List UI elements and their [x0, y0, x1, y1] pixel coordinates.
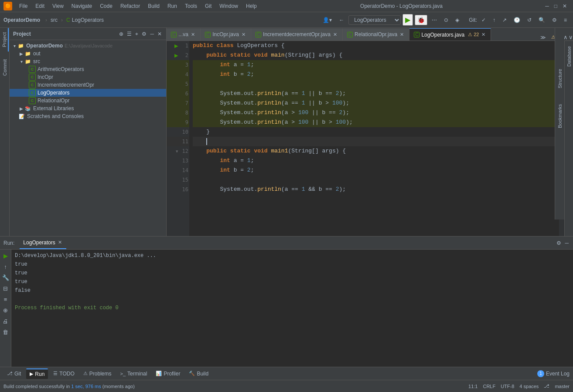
panel-close-btn[interactable]: ✕ — [157, 30, 163, 38]
run-button[interactable]: ▶ — [402, 14, 413, 26]
tree-src[interactable]: ▾ 📁 src — [10, 57, 166, 65]
bottom-stop-btn[interactable]: ↑ — [3, 262, 8, 271]
git-commit[interactable]: ✓ — [479, 16, 488, 24]
run-config-selector[interactable]: LogOperators — [348, 15, 401, 25]
scroll-to-current-btn[interactable]: ⌖ — [134, 30, 139, 38]
event-log-btn[interactable]: 1 Event Log — [537, 370, 570, 377]
nav-down[interactable]: ∨ — [569, 34, 573, 41]
bottom-wrench-btn[interactable]: 🔧 — [1, 273, 10, 282]
more-btn[interactable]: ≡ — [561, 16, 570, 24]
indent-setting[interactable]: 4 spaces — [519, 384, 539, 389]
terminal-tab-icon: >_ — [120, 371, 126, 376]
tab-close-log[interactable]: ✕ — [481, 32, 486, 37]
coverage-btn[interactable]: ⊙ — [441, 16, 451, 24]
collapse-all-btn[interactable]: ☰ — [126, 30, 133, 38]
navigate-back[interactable]: ← — [336, 16, 347, 24]
tab-close-incopr[interactable]: ✕ — [241, 32, 246, 37]
fold-marker-12[interactable]: ▾ — [176, 149, 178, 154]
more-run-btn[interactable]: ⋯ — [429, 16, 440, 24]
panel-settings-btn[interactable]: ⚙ — [141, 30, 147, 38]
git-pull[interactable]: ↗ — [500, 16, 509, 24]
tree-incopr[interactable]: C IncOpr — [10, 73, 166, 81]
git-revert[interactable]: ↺ — [525, 16, 534, 24]
menu-help[interactable]: Help — [242, 2, 260, 10]
tree-relational[interactable]: C RelationalOpr — [10, 97, 166, 105]
run-marker-1[interactable]: ▶ — [174, 43, 178, 49]
tree-ext-libs[interactable]: ▶ 📚 External Libraries — [10, 105, 166, 112]
menu-view[interactable]: View — [49, 2, 67, 10]
tab-close-relational[interactable]: ✕ — [399, 32, 405, 37]
line-ending[interactable]: CRLF — [483, 384, 495, 389]
btab-profiler[interactable]: 📊 Profiler — [152, 369, 184, 378]
tree-logoperators[interactable]: C LogOperators — [10, 89, 166, 97]
tree-root[interactable]: ▾ 📁 OperatorDemo E:\Java\java\Javacode — [10, 42, 166, 50]
menu-window[interactable]: Window — [216, 2, 242, 10]
profiler-btn[interactable]: ◈ — [453, 16, 462, 24]
git-push[interactable]: ↑ — [490, 16, 498, 24]
bottom-settings-btn[interactable]: ⚙ — [556, 239, 562, 247]
run-tab-close[interactable]: ✕ — [57, 240, 63, 245]
btab-build[interactable]: 🔨 Build — [185, 369, 212, 378]
btab-git[interactable]: ⎇ Git — [3, 369, 24, 378]
menu-tools[interactable]: Tools — [181, 2, 201, 10]
btab-terminal[interactable]: >_ Terminal — [117, 369, 151, 378]
menu-code[interactable]: Code — [96, 2, 116, 10]
status-time[interactable]: 1 sec, 976 ms — [71, 384, 101, 389]
bookmarks-panel-tab[interactable]: Bookmarks — [556, 100, 563, 132]
run-marker-2[interactable]: ▶ — [174, 53, 178, 58]
menu-run[interactable]: Run — [164, 2, 181, 10]
bottom-trash-btn[interactable]: 🗑 — [1, 328, 10, 337]
tab-relational[interactable]: C RelationalOpr.java ✕ — [343, 28, 409, 41]
encoding[interactable]: UTF-8 — [501, 384, 514, 389]
run-tab[interactable]: LogOperators ✕ — [20, 237, 66, 249]
code-line-7: System.out.println(a == 1 || b > 100); — [193, 98, 559, 108]
structure-panel-tab[interactable]: Structure — [556, 64, 563, 93]
search-btn[interactable]: 🔍 — [536, 16, 548, 24]
btab-run[interactable]: ▶ Run — [26, 368, 48, 379]
btab-problems[interactable]: ⚠ Problems — [80, 369, 115, 378]
tab-logoperators[interactable]: C LogOperators.java ⚠ 22 ✕ — [409, 28, 491, 41]
bottom-minimize-btn[interactable]: ─ — [564, 239, 570, 247]
bottom-more2-btn[interactable]: ⊕ — [2, 306, 9, 315]
panel-minimize-btn[interactable]: ─ — [149, 30, 155, 38]
toolbar-src[interactable]: src — [51, 17, 58, 23]
tab-bar: C ...va ✕ C IncOpr.java ✕ C Incrementdec… — [167, 28, 573, 41]
vcs-btn[interactable]: 👤▾ — [320, 16, 334, 24]
tab-more-btn[interactable]: ≫ — [537, 34, 549, 41]
bottom-more1-btn[interactable]: ≡ — [3, 295, 9, 304]
menu-build[interactable]: Build — [144, 2, 163, 10]
tab-close-va[interactable]: ✕ — [190, 32, 196, 37]
tree-out[interactable]: ▶ 📁 out — [10, 50, 166, 57]
code-content[interactable]: public class LogOperators { public stati… — [189, 41, 559, 236]
expand-all-btn[interactable]: ⊕ — [118, 30, 124, 38]
close-btn[interactable]: ✕ — [560, 2, 570, 10]
commit-panel-tab[interactable]: Commit — [1, 55, 8, 80]
bottom-align-btn[interactable]: ⊟ — [2, 284, 9, 293]
tab-va[interactable]: C ...va ✕ — [167, 28, 201, 41]
git-history[interactable]: 🕐 — [511, 16, 523, 24]
menu-navigate[interactable]: Navigate — [68, 2, 96, 10]
toolbar-project[interactable]: OperatorDemo — [3, 17, 40, 23]
bottom-run-btn[interactable]: ▶ — [2, 251, 9, 260]
branch-name[interactable]: master — [555, 384, 570, 389]
tree-arithmetic[interactable]: C ArithmeticOperators — [10, 65, 166, 73]
tab-increment[interactable]: C IncrementdecrementOpr.java ✕ — [251, 28, 343, 41]
tree-increment[interactable]: C IncrementdecrementOpr — [10, 81, 166, 89]
debug-button[interactable]: 🐞 — [415, 15, 427, 25]
bottom-print-btn[interactable]: 🖨 — [1, 317, 10, 326]
tab-close-increment[interactable]: ✕ — [332, 32, 338, 37]
cursor-position[interactable]: 11:1 — [468, 384, 478, 389]
tab-incopr[interactable]: C IncOpr.java ✕ — [201, 28, 251, 41]
menu-file[interactable]: File — [16, 2, 31, 10]
maximize-btn[interactable]: □ — [552, 2, 560, 10]
btab-todo[interactable]: ☰ TODO — [50, 369, 78, 378]
menu-edit[interactable]: Edit — [32, 2, 48, 10]
project-panel-tab[interactable]: Project — [1, 28, 9, 51]
menu-refactor[interactable]: Refactor — [117, 2, 143, 10]
tree-scratches[interactable]: 📝 Scratches and Consoles — [10, 112, 166, 120]
menu-git[interactable]: Git — [201, 2, 215, 10]
settings-btn[interactable]: ⚙ — [549, 16, 559, 24]
toolbar-file[interactable]: LogOperators — [72, 17, 104, 23]
minimize-btn[interactable]: ─ — [542, 2, 552, 10]
database-label[interactable]: Database — [566, 43, 573, 70]
